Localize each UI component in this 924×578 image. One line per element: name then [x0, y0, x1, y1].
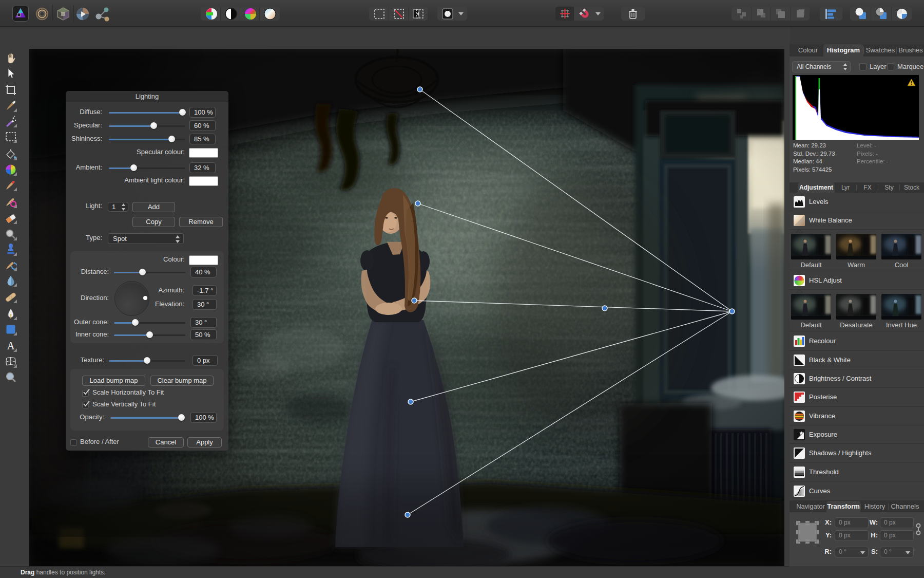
svg-text:A: A	[7, 340, 15, 352]
